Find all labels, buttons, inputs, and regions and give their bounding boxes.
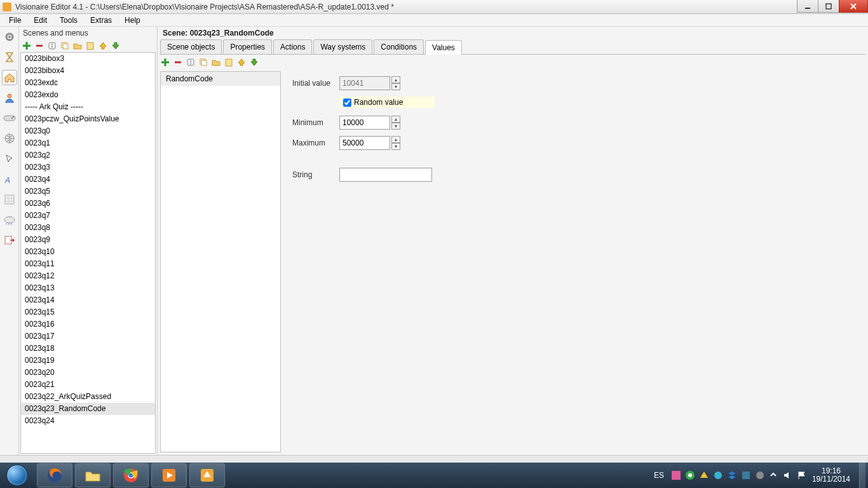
up-icon[interactable] [236, 57, 247, 67]
scene-item[interactable]: 0023bibox4 [21, 65, 155, 77]
start-button[interactable] [0, 463, 34, 488]
scene-item[interactable]: 0023q5 [21, 186, 155, 198]
task-mediaplayer[interactable] [151, 463, 187, 487]
scene-item[interactable]: 0023q19 [21, 355, 155, 367]
tab-conditions[interactable]: Conditions [374, 39, 424, 54]
gamepad-icon[interactable] [2, 111, 17, 126]
scene-item[interactable]: 0023q23_RandomCode [21, 403, 155, 415]
value-item[interactable]: RandomCode [161, 72, 280, 86]
scene-item[interactable]: 0023q6 [21, 198, 155, 210]
tray-icon-7[interactable] [755, 470, 765, 480]
folder-icon[interactable] [211, 57, 221, 67]
up-icon[interactable] [98, 41, 108, 51]
paste-icon[interactable] [85, 41, 95, 51]
scene-item[interactable]: 0023q13 [21, 282, 155, 294]
close-button[interactable] [839, 0, 868, 13]
string-input[interactable] [339, 168, 432, 182]
tray-dropbox-icon[interactable] [727, 470, 737, 480]
paste-icon[interactable] [224, 57, 234, 67]
initial-value-spinner[interactable]: ▲▼ [391, 76, 400, 90]
tray-sync-icon[interactable] [713, 470, 723, 480]
scene-item[interactable]: 0023q1 [21, 137, 155, 149]
scene-item[interactable]: 0023q15 [21, 306, 155, 318]
scene-item[interactable]: 0023exdo [21, 89, 155, 101]
scene-item[interactable]: 0023q17 [21, 330, 155, 342]
cloud-icon[interactable] [2, 212, 17, 227]
maximize-button[interactable] [818, 0, 839, 13]
maximum-spinner[interactable]: ▲▼ [391, 136, 400, 150]
home-icon[interactable] [2, 70, 17, 85]
gear-icon[interactable] [2, 29, 17, 44]
copy-icon[interactable] [198, 57, 208, 67]
tab-values[interactable]: Values [425, 40, 462, 55]
menu-file[interactable]: File [3, 15, 27, 26]
scene-item[interactable]: 0023q0 [21, 125, 155, 137]
scene-item[interactable]: 0023pczw_QuizPointsValue [21, 113, 155, 125]
remove-icon[interactable] [34, 41, 44, 51]
clock[interactable]: 19:16 19/11/2014 [812, 467, 854, 484]
add-icon[interactable] [22, 41, 32, 51]
scene-item[interactable]: 0023q11 [21, 258, 155, 270]
maximum-input[interactable] [339, 136, 390, 150]
tray-icon-1[interactable] [671, 470, 681, 480]
remove-icon[interactable] [173, 57, 183, 67]
language-indicator[interactable]: ES [652, 471, 666, 480]
tab-actions[interactable]: Actions [273, 39, 312, 54]
down-icon[interactable] [249, 57, 259, 67]
tray-chrome-icon[interactable] [685, 470, 695, 480]
globe-icon[interactable] [2, 131, 17, 146]
tray-icon-6[interactable] [741, 470, 751, 480]
scene-item[interactable]: 0023q20 [21, 367, 155, 379]
show-desktop-button[interactable] [859, 463, 865, 488]
menu-extras[interactable]: Extras [84, 15, 118, 26]
scene-item[interactable]: 0023q9 [21, 234, 155, 246]
scene-item[interactable]: 0023q12 [21, 270, 155, 282]
minimize-button[interactable] [797, 0, 818, 13]
font-icon[interactable]: A [2, 172, 17, 187]
tray-volume-icon[interactable] [783, 470, 793, 480]
scene-item[interactable]: 0023q16 [21, 318, 155, 330]
task-visionaire[interactable] [189, 463, 225, 487]
random-value-checkbox[interactable] [343, 98, 351, 107]
rename-icon[interactable] [186, 57, 196, 67]
minimum-input[interactable] [339, 116, 390, 130]
add-icon[interactable] [160, 57, 170, 67]
scene-item[interactable]: 0023q7 [21, 210, 155, 222]
tray-chevron-up-icon[interactable] [769, 470, 779, 480]
scene-item[interactable]: 0023q8 [21, 222, 155, 234]
menu-tools[interactable]: Tools [53, 15, 84, 26]
copy-icon[interactable] [60, 41, 70, 51]
scene-item[interactable]: 0023q18 [21, 342, 155, 355]
tab-properties[interactable]: Properties [223, 39, 272, 54]
task-chrome[interactable] [113, 463, 149, 487]
folder-icon[interactable] [72, 41, 83, 51]
person-icon[interactable] [2, 90, 17, 105]
scene-item[interactable]: 0023q10 [21, 246, 155, 258]
rename-icon[interactable] [47, 41, 57, 51]
menu-help[interactable]: Help [118, 15, 147, 26]
scene-item[interactable]: 0023bibox3 [21, 53, 155, 65]
scene-list[interactable]: 0023bibox30023bibox40023exdc0023exdo----… [20, 52, 156, 454]
scene-item[interactable]: 0023q14 [21, 294, 155, 306]
task-explorer[interactable] [75, 463, 111, 487]
hourglass-icon[interactable] [2, 50, 17, 65]
scene-item[interactable]: 0023q24 [21, 415, 155, 427]
export-icon[interactable] [2, 233, 17, 248]
scene-item[interactable]: 0023q3 [21, 161, 155, 173]
menu-edit[interactable]: Edit [27, 15, 53, 26]
scene-item[interactable]: 0023q2 [21, 149, 155, 161]
cursor-icon[interactable] [2, 151, 17, 166]
down-icon[interactable] [111, 41, 121, 51]
tab-way-systems[interactable]: Way systems [313, 39, 372, 54]
random-value-label[interactable]: Random value [354, 98, 403, 107]
scene-item[interactable]: 0023exdc [21, 77, 155, 89]
scene-item[interactable]: ----- Ark Quiz ----- [21, 101, 155, 113]
tray-drive-icon[interactable] [699, 470, 709, 480]
scene-item[interactable]: 0023q22_ArkQuizPassed [21, 391, 155, 403]
tab-scene-objects[interactable]: Scene objects [160, 39, 222, 54]
scene-item[interactable]: 0023q21 [21, 379, 155, 391]
grid-icon[interactable] [2, 192, 17, 207]
task-firefox[interactable] [37, 463, 72, 487]
minimum-spinner[interactable]: ▲▼ [391, 116, 400, 130]
scene-item[interactable]: 0023q4 [21, 173, 155, 186]
